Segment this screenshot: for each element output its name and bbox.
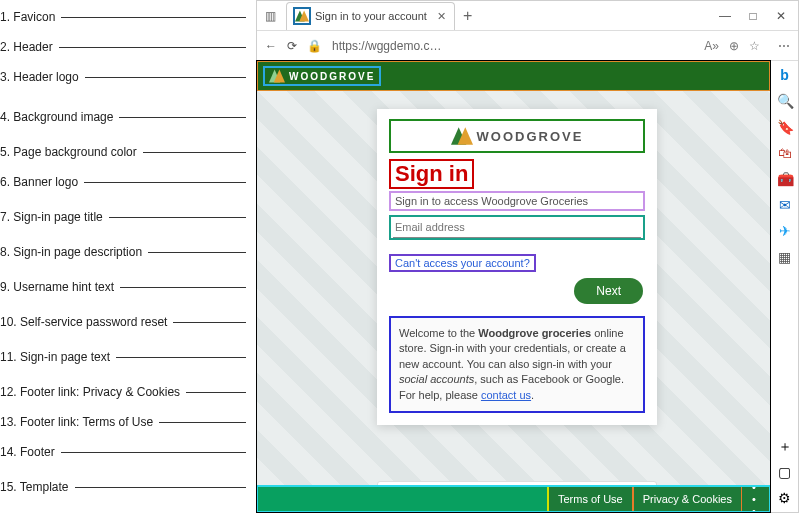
annot-9: 9. Username hint text [0,280,114,294]
footer-terms-of-use-link[interactable]: Terms of Use [548,486,633,512]
url-text[interactable]: https://wggdemo.c… [332,39,441,53]
sidebar-settings-icon[interactable]: ⚙ [777,490,793,506]
tab-list-icon[interactable]: ▥ [261,9,280,23]
annot-2: 2. Header [0,40,53,54]
read-aloud-icon[interactable]: A» [704,39,719,53]
apps-icon[interactable]: ▦ [777,249,793,265]
annot-8: 8. Sign-in page description [0,245,142,259]
browser-tab[interactable]: Sign in to your account ✕ [286,2,455,30]
footer-privacy-cookies-link[interactable]: Privacy & Cookies [633,486,742,512]
annot-11: 11. Sign-in page text [0,350,110,364]
annot-15: 15. Template [0,480,69,494]
window-minimize-button[interactable]: — [718,9,732,23]
new-tab-button[interactable]: + [463,7,472,25]
annot-3: 3. Header logo [0,70,79,84]
titlebar: ▥ Sign in to your account ✕ + — □ ✕ [257,1,798,31]
address-bar: ← ⟳ 🔒 https://wggdemo.c… A» ⊕ ☆ ⋯ [257,31,798,61]
self-service-password-reset-link[interactable]: Can't access your account? [391,256,534,270]
sidebar-panel-icon[interactable]: ▢ [777,464,793,480]
favorite-icon[interactable]: ☆ [749,39,760,53]
annot-14: 14. Footer [0,445,55,459]
annot-1: 1. Favicon [0,10,55,24]
tab-close-icon[interactable]: ✕ [437,10,446,23]
annotation-column: 1. Favicon 2. Header 3. Header logo 4. B… [0,0,256,513]
search-icon[interactable]: 🔍 [777,93,793,109]
send-icon[interactable]: ✈ [777,223,793,239]
annot-5: 5. Page background color [0,145,137,159]
window-close-button[interactable]: ✕ [774,9,788,23]
banner-logo: WOODGROVE [391,121,643,151]
signin-card: WOODGROVE Sign in Sign in to access Wood… [377,109,657,425]
banner-brand-text: WOODGROVE [477,129,584,144]
bing-icon[interactable]: b [777,67,793,83]
add-profile-icon[interactable]: ⊕ [729,39,739,53]
signin-page-text: Welcome to the Woodgrove groceries onlin… [391,318,643,411]
edge-sidebar: b 🔍 🔖 🛍 🧰 ✉ ✈ ▦ ＋ ▢ ⚙ [770,61,798,512]
annot-10: 10. Self-service password reset [0,315,167,329]
signin-page-title: Sign in [391,161,472,187]
window-maximize-button[interactable]: □ [746,9,760,23]
nav-refresh-button[interactable]: ⟳ [287,39,297,53]
footer-more-button[interactable]: • • • [742,486,770,512]
favicon [295,9,309,23]
lock-icon: 🔒 [307,39,322,53]
tools-icon[interactable]: 🧰 [777,171,793,187]
annot-13: 13. Footer link: Terms of Use [0,415,153,429]
browser-menu-button[interactable]: ⋯ [778,39,790,53]
sidebar-add-button[interactable]: ＋ [777,438,793,454]
annot-4: 4. Background image [0,110,113,124]
tag-icon[interactable]: 🔖 [777,119,793,135]
page-footer: Terms of Use Privacy & Cookies • • • [257,486,770,512]
signin-page-description: Sign in to access Woodgrove Groceries [391,193,643,209]
header-brand-text: WOODGROVE [289,71,375,82]
username-input[interactable] [393,217,641,238]
outlook-icon[interactable]: ✉ [777,197,793,213]
contact-us-link[interactable]: contact us [481,389,531,401]
page-template: WOODGROVE WOODGROVE Sign in Sign in to a… [257,61,770,512]
header-logo: WOODGROVE [265,68,379,84]
nav-back-button[interactable]: ← [265,39,277,53]
shopping-icon[interactable]: 🛍 [777,145,793,161]
page-header: WOODGROVE [257,61,770,91]
browser-window: ▥ Sign in to your account ✕ + — □ ✕ ← ⟳ … [256,0,799,513]
next-button[interactable]: Next [574,278,643,304]
annot-7: 7. Sign-in page title [0,210,103,224]
annot-12: 12. Footer link: Privacy & Cookies [0,385,180,399]
annot-6: 6. Banner logo [0,175,78,189]
tab-title: Sign in to your account [315,10,427,22]
